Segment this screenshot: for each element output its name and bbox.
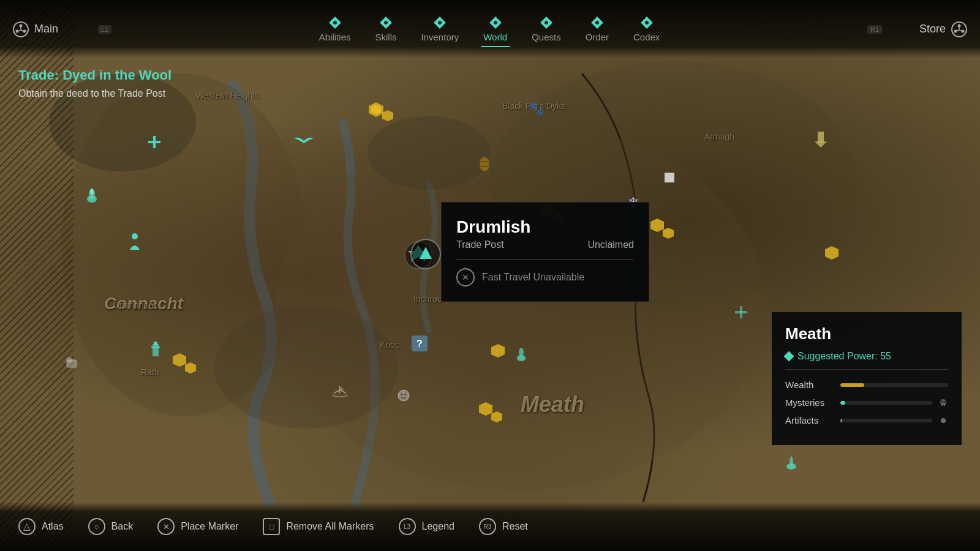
tab-codex[interactable]: Codex <box>621 11 672 47</box>
tab-skills[interactable]: Skills <box>363 11 409 47</box>
location-popup: Drumlish Trade Post Unclaimed ✕ Fast Tra… <box>441 202 649 302</box>
stat-bar-mysteries-fill <box>840 401 845 405</box>
stat-bar-artifacts-container <box>840 419 932 422</box>
legend-button[interactable]: L3 Legend <box>399 518 454 535</box>
tab-world[interactable]: World <box>471 11 519 47</box>
atlas-button[interactable]: △ Atlas <box>18 518 64 535</box>
stat-label-mysteries: Mysteries <box>785 397 834 408</box>
l3-button-icon: L3 <box>399 518 416 535</box>
svg-point-5 <box>214 306 398 429</box>
power-text: Suggested Power: 55 <box>797 351 891 362</box>
svg-rect-63 <box>941 404 943 406</box>
main-icon <box>12 21 29 38</box>
fast-travel-x-button[interactable]: ✕ <box>456 268 475 287</box>
stat-bar-artifacts-fill <box>840 419 842 422</box>
stat-bar-wealth-fill <box>840 383 864 387</box>
x-button-icon: ✕ <box>157 518 175 535</box>
popup-action: ✕ Fast Travel Unavailable <box>456 268 634 287</box>
nav-store[interactable]: Store <box>882 21 968 38</box>
store-icon <box>951 21 968 38</box>
popup-subtitle-row: Trade Post Unclaimed <box>456 239 634 250</box>
svg-point-66 <box>944 400 946 402</box>
quest-info: Trade: Dyed in the Wool Obtain the deed … <box>18 67 172 100</box>
main-label: Main <box>34 23 58 36</box>
stat-label-wealth: Wealth <box>785 380 834 390</box>
square-button-icon: □ <box>263 518 280 535</box>
region-power: Suggested Power: 55 <box>785 351 948 370</box>
stat-bar-mysteries-container <box>840 401 932 405</box>
back-button[interactable]: ○ Back <box>88 518 134 535</box>
artifacts-dot-icon <box>938 416 948 425</box>
tab-order[interactable]: Order <box>573 11 621 47</box>
back-label: Back <box>111 521 134 532</box>
reset-button[interactable]: R3 Reset <box>479 518 528 535</box>
popup-location-name: Drumlish <box>456 217 634 237</box>
svg-point-4 <box>368 116 490 190</box>
popup-divider <box>456 259 634 260</box>
stat-row-wealth: Wealth <box>785 380 948 390</box>
place-marker-button[interactable]: ✕ Place Marker <box>157 518 238 535</box>
stat-bar-wealth-container <box>840 383 948 387</box>
legend-label: Legend <box>422 521 454 532</box>
region-name: Meath <box>785 324 948 343</box>
triangle-button-icon: △ <box>18 518 36 535</box>
reset-label: Reset <box>502 521 528 532</box>
player-marker <box>410 239 441 269</box>
store-label: Store <box>919 23 946 36</box>
circle-button-icon: ○ <box>88 518 105 535</box>
bottom-bar: △ Atlas ○ Back ✕ Place Marker □ Remove A… <box>0 502 980 551</box>
svg-rect-64 <box>944 404 945 406</box>
nav-main[interactable]: Main <box>12 21 98 38</box>
svg-point-67 <box>941 418 946 423</box>
tab-inventory[interactable]: Inventory <box>409 11 472 47</box>
nav-tabs: Abilities Skills Inventory World Quests … <box>111 11 867 47</box>
stat-label-artifacts: Artifacts <box>785 415 834 425</box>
mysteries-skull-icon <box>938 398 948 408</box>
fast-travel-label: Fast Travel Unavailable <box>482 272 584 283</box>
quest-title: Trade: Dyed in the Wool <box>18 67 172 83</box>
place-marker-label: Place Marker <box>181 521 238 532</box>
svg-point-49 <box>20 24 23 27</box>
top-nav: Main L1 Abilities Skills Inventory World… <box>0 0 980 58</box>
svg-point-56 <box>958 24 961 27</box>
svg-point-65 <box>941 400 943 402</box>
power-diamond-icon <box>784 351 794 362</box>
tab-abilities[interactable]: Abilities <box>307 11 363 47</box>
remove-markers-button[interactable]: □ Remove All Markers <box>263 518 374 535</box>
popup-status: Unclaimed <box>587 239 634 250</box>
r3-button-icon: R3 <box>479 518 496 535</box>
stat-row-artifacts: Artifacts <box>785 415 948 425</box>
region-panel: Meath Suggested Power: 55 Wealth Mysteri… <box>772 312 962 445</box>
svg-point-62 <box>940 399 946 405</box>
popup-type: Trade Post <box>456 239 504 250</box>
l1-badge: L1 <box>98 25 111 34</box>
quest-description: Obtain the deed to the Trade Post <box>18 87 172 100</box>
stat-row-mysteries: Mysteries <box>785 397 948 408</box>
r1-badge: R1 <box>867 25 882 34</box>
remove-markers-label: Remove All Markers <box>286 521 374 532</box>
tab-quests[interactable]: Quests <box>519 11 573 47</box>
atlas-label: Atlas <box>42 521 64 532</box>
